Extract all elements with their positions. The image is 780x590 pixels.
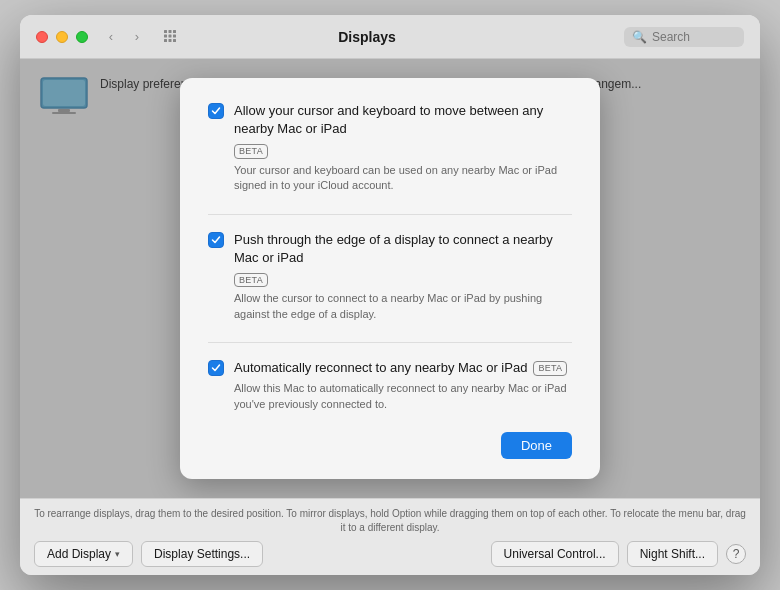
search-icon: 🔍 xyxy=(632,30,647,44)
search-box[interactable]: 🔍 xyxy=(624,27,744,47)
option-auto-reconnect: Automatically reconnect to any nearby Ma… xyxy=(208,359,572,412)
option-push-through: Push through the edge of a display to co… xyxy=(208,231,572,323)
option-cursor-keyboard: Allow your cursor and keyboard to move b… xyxy=(208,102,572,194)
option-auto-reconnect-desc: Allow this Mac to automatically reconnec… xyxy=(234,381,572,412)
bottom-hint: To rearrange displays, drag them to the … xyxy=(34,507,746,535)
chevron-down-icon: ▾ xyxy=(115,549,120,559)
main-content: Display preferences control the resoluti… xyxy=(20,59,760,498)
titlebar: ‹ › Displays 🔍 xyxy=(20,15,760,59)
night-shift-button[interactable]: Night Shift... xyxy=(627,541,718,567)
checkbox-auto-reconnect[interactable] xyxy=(208,360,224,376)
window-title: Displays xyxy=(110,29,624,45)
modal-overlay: Allow your cursor and keyboard to move b… xyxy=(20,59,760,498)
beta-badge-3: BETA xyxy=(533,361,567,376)
help-button[interactable]: ? xyxy=(726,544,746,564)
maximize-button[interactable] xyxy=(76,31,88,43)
close-button[interactable] xyxy=(36,31,48,43)
modal: Allow your cursor and keyboard to move b… xyxy=(180,78,600,479)
option-auto-reconnect-title: Automatically reconnect to any nearby Ma… xyxy=(234,359,572,377)
add-display-label: Add Display xyxy=(47,547,111,561)
modal-footer: Done xyxy=(208,432,572,459)
option-cursor-keyboard-content: Allow your cursor and keyboard to move b… xyxy=(234,102,572,194)
main-window: ‹ › Displays 🔍 xyxy=(20,15,760,575)
traffic-lights xyxy=(36,31,88,43)
option-cursor-keyboard-title: Allow your cursor and keyboard to move b… xyxy=(234,102,572,159)
option-push-through-content: Push through the edge of a display to co… xyxy=(234,231,572,323)
beta-badge-1: BETA xyxy=(234,144,268,159)
option-push-through-title: Push through the edge of a display to co… xyxy=(234,231,572,288)
divider-2 xyxy=(208,342,572,343)
checkbox-cursor-keyboard[interactable] xyxy=(208,103,224,119)
divider-1 xyxy=(208,214,572,215)
bottom-buttons: Add Display ▾ Display Settings... Univer… xyxy=(34,541,746,567)
universal-control-button[interactable]: Universal Control... xyxy=(491,541,619,567)
add-display-button[interactable]: Add Display ▾ xyxy=(34,541,133,567)
done-button[interactable]: Done xyxy=(501,432,572,459)
bottom-bar: To rearrange displays, drag them to the … xyxy=(20,498,760,575)
checkbox-push-through[interactable] xyxy=(208,232,224,248)
option-push-through-desc: Allow the cursor to connect to a nearby … xyxy=(234,291,572,322)
option-cursor-keyboard-desc: Your cursor and keyboard can be used on … xyxy=(234,163,572,194)
minimize-button[interactable] xyxy=(56,31,68,43)
option-auto-reconnect-content: Automatically reconnect to any nearby Ma… xyxy=(234,359,572,412)
search-input[interactable] xyxy=(652,30,732,44)
display-settings-button[interactable]: Display Settings... xyxy=(141,541,263,567)
beta-badge-2: BETA xyxy=(234,273,268,288)
